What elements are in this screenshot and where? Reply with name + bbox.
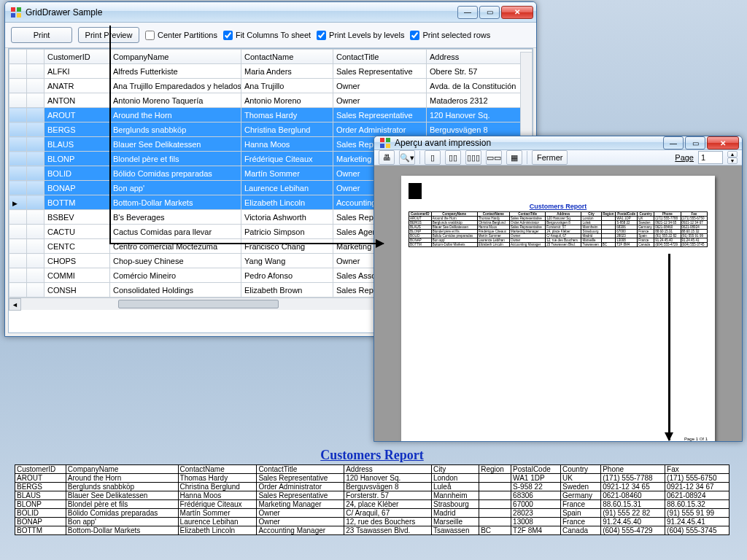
row-expand[interactable] xyxy=(27,122,44,137)
row-selector[interactable] xyxy=(9,137,27,152)
arrow-from-button-icon xyxy=(109,26,111,243)
table-row[interactable]: ANATRAna Trujillo Emparedados y heladosA… xyxy=(9,79,533,93)
row-expand[interactable] xyxy=(27,268,44,283)
maximize-button[interactable]: ▭ xyxy=(479,6,500,19)
report-column-header: Phone xyxy=(601,465,665,474)
report-row: BLONPBlondel père et filsFrédérique Cite… xyxy=(15,500,729,509)
preview-report-title: Customers Report xyxy=(409,203,708,210)
zoom-icon[interactable]: 🔍▾ xyxy=(399,150,415,165)
report-column-header: Fax xyxy=(665,465,729,474)
print-preview-button[interactable]: Print Preview xyxy=(78,27,139,43)
page-up-icon[interactable]: ▲ xyxy=(727,151,738,158)
page-footer: Page 1 Of 1 xyxy=(684,437,708,441)
row-selector[interactable] xyxy=(9,239,27,254)
row-selector[interactable] xyxy=(9,254,27,268)
print-levels-input[interactable] xyxy=(317,31,326,40)
page-number-input[interactable]: 1 xyxy=(698,151,723,164)
six-page-icon[interactable]: ▦ xyxy=(506,150,522,165)
toolbar: Print Print Preview Center Partitions Fi… xyxy=(5,23,536,48)
column-header[interactable]: Address xyxy=(427,50,533,64)
one-page-icon[interactable]: ▯ xyxy=(425,150,441,165)
row-selector[interactable] xyxy=(9,64,27,79)
fermer-button[interactable]: Fermer xyxy=(532,150,568,165)
page-label: Page xyxy=(675,153,694,162)
row-selector[interactable] xyxy=(9,122,27,137)
report-column-header: ContactTitle xyxy=(257,465,344,474)
row-selector[interactable] xyxy=(9,152,27,166)
print-selected-rows-input[interactable] xyxy=(410,31,419,40)
row-selector[interactable] xyxy=(9,195,27,210)
fit-columns-input[interactable] xyxy=(223,31,233,40)
row-selector[interactable] xyxy=(9,108,27,122)
row-expand[interactable] xyxy=(27,137,44,152)
row-expand[interactable] xyxy=(27,283,44,298)
two-page-icon[interactable]: ▯▯ xyxy=(445,150,461,165)
row-selector[interactable] xyxy=(9,210,27,225)
report-row: BLAUSBlauer See DelikatessenHanna MoosSa… xyxy=(15,491,729,500)
report-column-header: Address xyxy=(344,465,432,474)
table-row[interactable]: ALFKIAlfreds FutterkisteMaria AndersSale… xyxy=(9,64,533,79)
minimize-button[interactable]: — xyxy=(663,136,684,149)
report-column-header: ContactName xyxy=(178,465,257,474)
fit-columns-checkbox[interactable]: Fit Columns To sheet xyxy=(223,31,311,40)
scroll-left-icon[interactable]: ◄ xyxy=(9,298,21,311)
preview-canvas[interactable]: Customers Report CustomerIDCompanyNameCo… xyxy=(374,166,742,442)
report-row: BERGSBerglunds snabbköpChristina Berglun… xyxy=(15,483,729,491)
column-header[interactable]: CustomerID xyxy=(44,50,110,64)
three-page-icon[interactable]: ▯▯▯ xyxy=(465,150,481,165)
print-icon[interactable]: 🖶 xyxy=(379,150,395,165)
report-table: CustomerIDCompanyNameContactNameContactT… xyxy=(15,464,729,535)
minimize-button[interactable]: — xyxy=(457,6,478,19)
row-expand[interactable] xyxy=(27,254,44,268)
four-page-icon[interactable]: ▭▭ xyxy=(486,150,502,165)
table-row[interactable]: AROUTAround the HornThomas HardySales Re… xyxy=(9,108,533,122)
center-partitions-input[interactable] xyxy=(145,31,155,40)
preview-titlebar[interactable]: Aperçu avant impression — ▭ ✕ xyxy=(374,136,742,150)
maximize-button[interactable]: ▭ xyxy=(685,136,705,149)
report-title: Customers Report xyxy=(15,448,729,463)
print-preview-window: Aperçu avant impression — ▭ ✕ 🖶 🔍▾ ▯ ▯▯ … xyxy=(374,136,743,442)
report-row: BOTTMBottom-Dollar MarketsElizabeth Linc… xyxy=(15,526,729,535)
close-button[interactable]: ✕ xyxy=(707,136,739,149)
row-expand[interactable] xyxy=(27,108,44,122)
arrow-to-report-icon xyxy=(668,254,670,440)
titlebar[interactable]: GridDrawer Sample — ▭ ✕ xyxy=(5,2,536,23)
row-expand[interactable] xyxy=(27,152,44,166)
row-expand[interactable] xyxy=(27,181,44,195)
row-selector[interactable] xyxy=(9,79,27,93)
row-selector[interactable] xyxy=(9,181,27,195)
row-selector[interactable] xyxy=(9,93,27,108)
row-expand[interactable] xyxy=(27,195,44,210)
column-header[interactable]: CompanyName xyxy=(110,50,241,64)
table-row[interactable]: BERGSBerglunds snabbköpChristina Berglun… xyxy=(9,122,533,137)
report-column-header: Region xyxy=(479,465,511,474)
row-selector[interactable] xyxy=(9,268,27,283)
row-expand[interactable] xyxy=(27,79,44,93)
page-down-icon[interactable]: ▼ xyxy=(727,158,738,164)
row-expand[interactable] xyxy=(27,239,44,254)
column-header[interactable]: ContactTitle xyxy=(333,50,427,64)
row-expand[interactable] xyxy=(27,225,44,239)
print-levels-checkbox[interactable]: Print Levels by levels xyxy=(317,31,404,40)
row-header-corner xyxy=(9,50,27,64)
row-selector[interactable] xyxy=(9,283,27,298)
row-expand[interactable] xyxy=(27,64,44,79)
report-column-header: Country xyxy=(560,465,600,474)
row-expand[interactable] xyxy=(27,93,44,108)
print-button[interactable]: Print xyxy=(11,27,72,43)
row-selector[interactable] xyxy=(9,225,27,239)
app-icon xyxy=(380,138,390,148)
app-icon xyxy=(11,7,21,18)
row-header-corner xyxy=(27,50,44,64)
preview-toolbar: 🖶 🔍▾ ▯ ▯▯ ▯▯▯ ▭▭ ▦ Fermer Page 1 ▲ ▼ xyxy=(374,150,742,166)
center-partitions-checkbox[interactable]: Center Partitions xyxy=(145,31,217,40)
print-selected-rows-checkbox[interactable]: Print selected rows xyxy=(410,31,490,40)
row-selector[interactable] xyxy=(9,166,27,181)
scrollbar-thumb[interactable] xyxy=(118,300,279,308)
row-expand[interactable] xyxy=(27,166,44,181)
column-header[interactable]: ContactName xyxy=(241,50,333,64)
table-row[interactable]: ANTONAntonio Moreno TaqueríaAntonio More… xyxy=(9,93,533,108)
row-expand[interactable] xyxy=(27,210,44,225)
close-button[interactable]: ✕ xyxy=(501,6,533,19)
report-row: AROUTAround the HornThomas HardySales Re… xyxy=(15,474,729,483)
